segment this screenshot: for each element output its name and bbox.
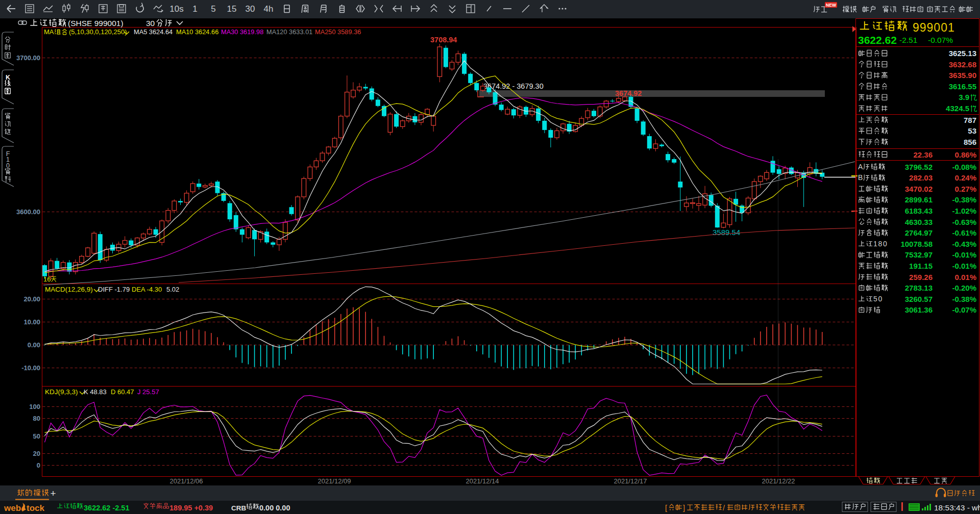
svg-text:-0.01%: -0.01%	[952, 262, 976, 270]
svg-text:2021/12/09: 2021/12/09	[317, 477, 351, 485]
svg-text:3.9: 3.9	[959, 93, 969, 101]
svg-text:K: K	[6, 74, 10, 81]
svg-text:5: 5	[873, 295, 877, 303]
svg-text:30: 30	[146, 19, 155, 28]
svg-text:30: 30	[246, 4, 255, 14]
svg-text:KDJ(9,3,3): KDJ(9,3,3)	[45, 388, 78, 396]
svg-text:MA: MA	[44, 28, 54, 36]
svg-text:3061.36: 3061.36	[905, 305, 933, 314]
svg-text:18:53:43 - wh: 18:53:43 - wh	[934, 503, 980, 512]
svg-text:3616.55: 3616.55	[949, 82, 976, 91]
svg-text:-10.00: -10.00	[21, 364, 40, 372]
svg-text:-0.38%: -0.38%	[952, 295, 976, 303]
svg-text:100: 100	[29, 403, 40, 410]
svg-text:3674.92: 3674.92	[615, 89, 642, 97]
svg-text:189.95 +0.39: 189.95 +0.39	[169, 504, 213, 512]
svg-text:20.00: 20.00	[23, 295, 40, 303]
svg-text:0.24%: 0.24%	[954, 173, 976, 182]
svg-text:10.00: 10.00	[23, 318, 40, 326]
svg-text:-0.43%: -0.43%	[952, 240, 976, 248]
svg-text:3708.94: 3708.94	[430, 36, 457, 44]
svg-text:15: 15	[227, 4, 237, 14]
svg-text:-0.20%: -0.20%	[952, 284, 976, 292]
svg-text:282.03: 282.03	[909, 173, 933, 182]
svg-text:3632.68: 3632.68	[949, 60, 976, 69]
svg-text:0.27%: 0.27%	[954, 185, 976, 193]
svg-text:-1.02%: -1.02%	[952, 207, 976, 215]
svg-text:3674.92 - 3679.30: 3674.92 - 3679.30	[483, 82, 544, 90]
svg-text:MA10 3624.66: MA10 3624.66	[176, 28, 218, 36]
svg-text:2021/12/06: 2021/12/06	[169, 477, 203, 485]
svg-text:K 48.83: K 48.83	[84, 388, 107, 396]
svg-text:0.00 0.00: 0.00 0.00	[259, 504, 290, 512]
svg-text:3622.62: 3622.62	[858, 34, 897, 46]
svg-text:8: 8	[878, 240, 883, 248]
svg-text:0: 0	[37, 461, 40, 469]
svg-text:NEW: NEW	[826, 3, 837, 8]
svg-text:-0.63%: -0.63%	[952, 218, 976, 226]
svg-text:191.15: 191.15	[909, 262, 933, 270]
svg-text:-0.07%: -0.07%	[952, 305, 976, 314]
svg-text:MA30 3619.98: MA30 3619.98	[221, 28, 263, 36]
svg-text:-0.07%: -0.07%	[928, 36, 953, 44]
svg-text:2021/12/14: 2021/12/14	[465, 477, 499, 485]
svg-text:22.36: 22.36	[913, 150, 933, 159]
svg-text:(5,10,30,0,120,250): (5,10,30,0,120,250)	[69, 28, 127, 36]
svg-text:2783.13: 2783.13	[905, 284, 933, 292]
svg-text:20: 20	[33, 450, 40, 457]
svg-text:B: B	[858, 173, 863, 182]
svg-text:CRB: CRB	[231, 504, 246, 512]
svg-text:3622.62 -2.51: 3622.62 -2.51	[84, 504, 130, 512]
svg-text:4630.33: 4630.33	[905, 218, 933, 226]
svg-text:2764.97: 2764.97	[905, 228, 933, 237]
svg-text:5.02: 5.02	[166, 286, 179, 293]
svg-text:4h: 4h	[264, 4, 274, 14]
svg-text:787: 787	[964, 116, 976, 124]
svg-text:]: ]	[683, 504, 685, 512]
svg-text:0: 0	[878, 295, 883, 303]
svg-text:1: 1	[192, 4, 197, 14]
svg-text:7532.97: 7532.97	[905, 250, 933, 259]
svg-text:A: A	[858, 163, 863, 171]
svg-text:DIFF -1.79: DIFF -1.79	[98, 286, 130, 293]
svg-text:+: +	[50, 488, 56, 499]
svg-text:D 60.47: D 60.47	[111, 388, 134, 396]
svg-text:80: 80	[33, 415, 40, 422]
svg-text:-0.38%: -0.38%	[952, 195, 976, 204]
svg-text:3700.00: 3700.00	[16, 54, 40, 62]
svg-text:-0.08%: -0.08%	[952, 163, 976, 171]
svg-text:-0.61%: -0.61%	[952, 228, 976, 237]
svg-text:[: [	[665, 504, 667, 512]
svg-text:MA250 3589.36: MA250 3589.36	[315, 28, 361, 36]
svg-text:DEA -4.30: DEA -4.30	[132, 286, 162, 293]
svg-text:MA120 3633.01: MA120 3633.01	[266, 28, 312, 36]
svg-text:3635.90: 3635.90	[949, 71, 976, 80]
svg-text:J 25.57: J 25.57	[137, 388, 159, 396]
svg-text:2899.61: 2899.61	[905, 195, 933, 204]
svg-text:0.01%: 0.01%	[954, 273, 976, 281]
svg-text:3260.57: 3260.57	[905, 295, 933, 303]
svg-text:2021/12/17: 2021/12/17	[614, 477, 647, 485]
svg-text:3796.52: 3796.52	[905, 163, 933, 171]
svg-text:3600.00: 3600.00	[16, 208, 40, 216]
svg-text:4324.5: 4324.5	[946, 104, 969, 113]
svg-text:-2.51: -2.51	[899, 36, 917, 44]
svg-text:1: 1	[873, 240, 877, 248]
svg-text:0.00: 0.00	[28, 341, 40, 349]
svg-text:999001: 999001	[913, 21, 955, 34]
svg-text:259.26: 259.26	[909, 273, 933, 281]
svg-text:web: web	[4, 503, 21, 513]
svg-text:10078.58: 10078.58	[900, 240, 933, 248]
svg-text:tock: tock	[27, 503, 45, 513]
svg-text:-0.01%: -0.01%	[952, 250, 976, 259]
svg-text:53: 53	[968, 126, 976, 135]
svg-text:(SHSE 999001): (SHSE 999001)	[68, 19, 124, 28]
svg-text:MACD(12,26,9): MACD(12,26,9)	[45, 286, 93, 293]
svg-text:50: 50	[33, 432, 40, 440]
svg-text:2021/12/22: 2021/12/22	[762, 477, 795, 485]
svg-text:3470.02: 3470.02	[905, 185, 933, 193]
svg-text:10s: 10s	[169, 4, 183, 14]
svg-text:MA5 3624.64: MA5 3624.64	[134, 28, 173, 36]
svg-text:3589.54: 3589.54	[713, 228, 740, 237]
svg-text:5: 5	[211, 4, 215, 14]
